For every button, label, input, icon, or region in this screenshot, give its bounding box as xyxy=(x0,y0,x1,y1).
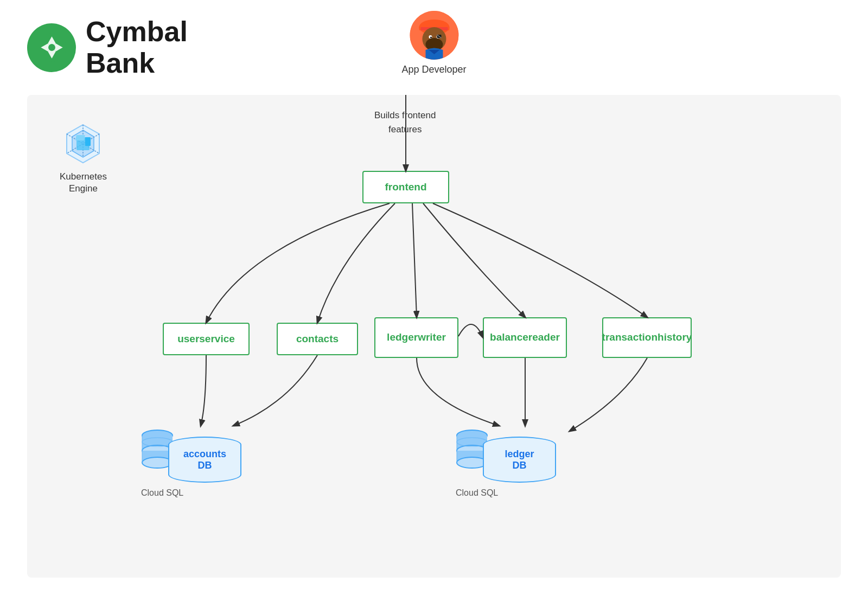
contacts-service: contacts xyxy=(277,323,358,355)
cymbal-logo: Cymbal Bank xyxy=(27,16,188,78)
svg-rect-21 xyxy=(85,137,91,146)
balance-reader-service: balance reader xyxy=(483,317,567,358)
svg-point-1 xyxy=(48,44,55,51)
frontend-service: frontend xyxy=(362,171,449,203)
svg-rect-20 xyxy=(75,135,85,140)
transaction-history-service: transaction history xyxy=(602,317,692,358)
userservice-service: userservice xyxy=(163,323,250,355)
avatar xyxy=(410,11,458,60)
kubernetes-block: Kubernetes Engine xyxy=(60,122,107,195)
cymbal-icon xyxy=(27,23,76,72)
diagram-area: Kubernetes Engine Builds frontend featur… xyxy=(27,95,841,578)
kubernetes-label: Kubernetes Engine xyxy=(60,171,107,195)
svg-point-10 xyxy=(430,37,431,39)
developer-figure: App Developer xyxy=(401,11,466,75)
ledger-writer-service: ledger writer xyxy=(374,317,458,358)
builds-label: Builds frontend features xyxy=(374,108,436,136)
cymbal-bank-text: Cymbal Bank xyxy=(86,16,188,78)
developer-label: App Developer xyxy=(401,64,466,75)
